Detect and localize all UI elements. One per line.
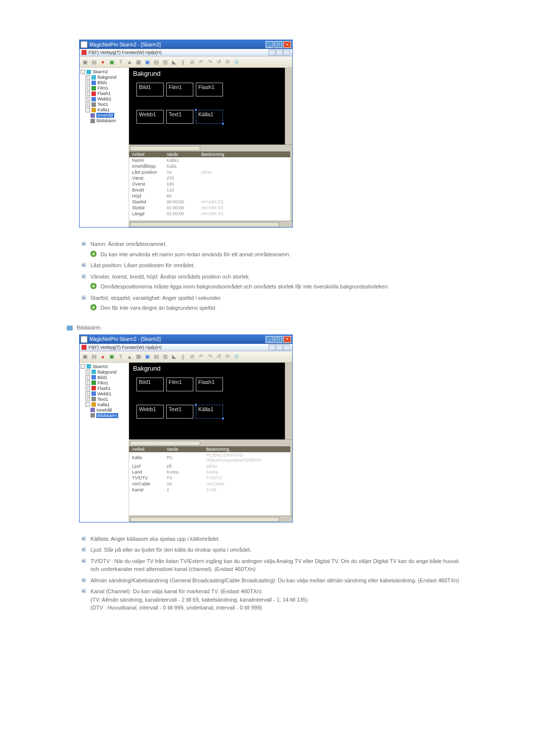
tool-icon[interactable]: ▥ bbox=[162, 58, 169, 65]
prop-row[interactable]: Vänst.270 bbox=[129, 175, 290, 181]
region-bild1[interactable]: Bild1 bbox=[136, 83, 164, 96]
region-text1[interactable]: Text1 bbox=[166, 405, 193, 419]
tree-item[interactable]: -Kalla1 bbox=[81, 402, 128, 408]
tool-icon[interactable]: ▣ bbox=[144, 58, 151, 65]
menu-items[interactable]: Fil(F) Verktyg(T) Fonster(W) Hjalp(H) bbox=[89, 345, 162, 350]
tree-sub[interactable]: Bildskärm bbox=[81, 413, 128, 419]
region-film1[interactable]: Film1 bbox=[166, 378, 193, 391]
tree-item[interactable]: +Text1 bbox=[81, 397, 128, 402]
scrollbar-thumb[interactable] bbox=[130, 222, 279, 227]
tree-item[interactable]: +Text1 bbox=[81, 102, 128, 107]
tool-icon[interactable]: ◣ bbox=[171, 58, 178, 65]
tool-icon[interactable]: ↶ bbox=[197, 58, 204, 65]
tree-item[interactable]: +Bild1 bbox=[81, 375, 128, 380]
tool-icon[interactable]: ▲ bbox=[126, 353, 133, 360]
mdi-min-button[interactable] bbox=[268, 344, 275, 350]
tool-icon[interactable]: ▤ bbox=[90, 58, 97, 65]
scrollbar-horizontal[interactable] bbox=[129, 439, 292, 446]
mdi-min-button[interactable] bbox=[268, 49, 275, 55]
tree-item[interactable]: +Bild1 bbox=[81, 80, 128, 86]
tool-icon[interactable]: ⊘ bbox=[188, 353, 195, 360]
tool-icon[interactable]: ⟳ bbox=[224, 58, 231, 65]
region-kalla1[interactable]: Källa1 bbox=[196, 405, 223, 419]
tool-icon[interactable]: ⊙ bbox=[233, 353, 240, 360]
prop-row[interactable]: Kanal22~69 bbox=[129, 487, 290, 493]
region-bild1[interactable]: Bild1 bbox=[136, 378, 164, 391]
tool-icon[interactable]: ▦ bbox=[135, 58, 142, 65]
tree-item[interactable]: +Film1 bbox=[81, 380, 128, 386]
maximize-button[interactable]: □ bbox=[274, 41, 282, 48]
tool-icon[interactable]: ▤ bbox=[153, 353, 160, 360]
region-webb1[interactable]: Webb1 bbox=[136, 405, 164, 419]
tool-icon[interactable]: ▣ bbox=[108, 58, 115, 65]
prop-row[interactable]: LandKoreaKorea bbox=[129, 469, 290, 475]
canvas[interactable]: Bakgrund Bild1 Film1 Flash1 Webb1 Text1 … bbox=[129, 68, 292, 144]
tool-icon[interactable]: ▤ bbox=[90, 353, 97, 360]
tool-icon[interactable]: ▣ bbox=[108, 353, 115, 360]
scrollbar-horizontal[interactable] bbox=[129, 221, 292, 227]
tree-item[interactable]: -Kalla1 bbox=[81, 107, 128, 113]
scrollbar-thumb[interactable] bbox=[130, 517, 279, 522]
mdi-max-button[interactable] bbox=[276, 49, 283, 55]
prop-row[interactable]: Bredd110 bbox=[129, 187, 290, 193]
tool-icon[interactable]: T bbox=[117, 58, 124, 65]
tree-root[interactable]: -Skarm2 bbox=[81, 69, 128, 75]
tree-item[interactable]: +Bakgrund bbox=[81, 370, 128, 375]
tree-sub[interactable]: Innehåll bbox=[81, 113, 128, 118]
minimize-button[interactable]: _ bbox=[266, 336, 273, 343]
prop-row[interactable]: Låst positionAvpå/av bbox=[129, 169, 290, 175]
region-webb1[interactable]: Webb1 bbox=[136, 110, 164, 124]
region-text1[interactable]: Text1 bbox=[166, 110, 193, 124]
scrollbar-horizontal[interactable] bbox=[129, 144, 292, 151]
tree-item[interactable]: +Bakgrund bbox=[81, 75, 128, 80]
tool-icon[interactable]: ↺ bbox=[215, 353, 222, 360]
canvas[interactable]: Bakgrund Bild1 Film1 Flash1 Webb1 Text1 … bbox=[129, 363, 292, 439]
tool-icon[interactable]: ◣ bbox=[171, 353, 178, 360]
tool-icon[interactable]: || bbox=[179, 353, 186, 360]
tool-icon[interactable]: ⊘ bbox=[188, 58, 195, 65]
tree-item[interactable]: +Flash1 bbox=[81, 91, 128, 96]
scrollbar-horizontal[interactable] bbox=[129, 516, 292, 522]
tool-icon[interactable]: || bbox=[179, 58, 186, 65]
minimize-button[interactable]: _ bbox=[266, 41, 273, 48]
tool-icon[interactable]: ● bbox=[99, 58, 106, 65]
tree-item[interactable]: +Webb1 bbox=[81, 96, 128, 102]
scrollbar-vertical[interactable] bbox=[285, 363, 290, 439]
tool-icon[interactable]: ▥ bbox=[162, 353, 169, 360]
prop-row[interactable]: Ljudpåpå/av bbox=[129, 463, 290, 469]
mdi-close-button[interactable] bbox=[283, 49, 290, 55]
scrollbar-thumb[interactable] bbox=[130, 146, 200, 151]
tree-root[interactable]: -Skarm2 bbox=[81, 364, 128, 370]
tool-icon[interactable]: ▤ bbox=[153, 58, 160, 65]
tool-icon[interactable]: ▣ bbox=[82, 353, 89, 360]
region-flash1[interactable]: Flash1 bbox=[196, 378, 223, 391]
tool-icon[interactable]: ↶ bbox=[197, 353, 204, 360]
prop-row[interactable]: TV/DTVTVTV/DTV bbox=[129, 475, 290, 481]
tool-icon[interactable]: ▲ bbox=[126, 58, 133, 65]
tool-icon[interactable]: ▣ bbox=[144, 353, 151, 360]
tree-sub[interactable]: Bildskärm bbox=[81, 118, 128, 124]
mdi-max-button[interactable] bbox=[276, 344, 283, 350]
tool-icon[interactable]: ↺ bbox=[215, 58, 222, 65]
menu-items[interactable]: Fil(F) Verktyg(T) Fonster(W) Hjalp(H) bbox=[89, 50, 162, 55]
prop-row[interactable]: Överst165 bbox=[129, 181, 290, 187]
prop-row[interactable]: Air/CableAirAir/Cable bbox=[129, 481, 290, 487]
prop-row[interactable]: Starttid00:00:00HH:MM:SS bbox=[129, 199, 290, 205]
prop-row[interactable]: InnehållstypKalla bbox=[129, 163, 290, 169]
tool-icon[interactable]: ↷ bbox=[206, 58, 213, 65]
mdi-close-button[interactable] bbox=[283, 344, 290, 350]
scrollbar-vertical[interactable] bbox=[285, 68, 290, 144]
region-film1[interactable]: Film1 bbox=[166, 83, 193, 96]
scrollbar-thumb[interactable] bbox=[130, 441, 200, 446]
tree-item[interactable]: +Film1 bbox=[81, 86, 128, 91]
tree-item[interactable]: +Webb1 bbox=[81, 391, 128, 397]
tree-sub[interactable]: Innehåll bbox=[81, 408, 128, 413]
tool-icon[interactable]: ⊙ bbox=[233, 58, 240, 65]
prop-row[interactable]: Sluttid01:00:00HH:MM:SS bbox=[129, 205, 290, 211]
tool-icon[interactable]: ↷ bbox=[206, 353, 213, 360]
close-button[interactable]: × bbox=[283, 41, 291, 48]
tool-icon[interactable]: T bbox=[117, 353, 124, 360]
tool-icon[interactable]: ▦ bbox=[135, 353, 142, 360]
prop-row[interactable]: KällaPCPC/BNC/DVI/AV/S-Video/Component/H… bbox=[129, 452, 290, 463]
region-flash1[interactable]: Flash1 bbox=[196, 83, 223, 96]
